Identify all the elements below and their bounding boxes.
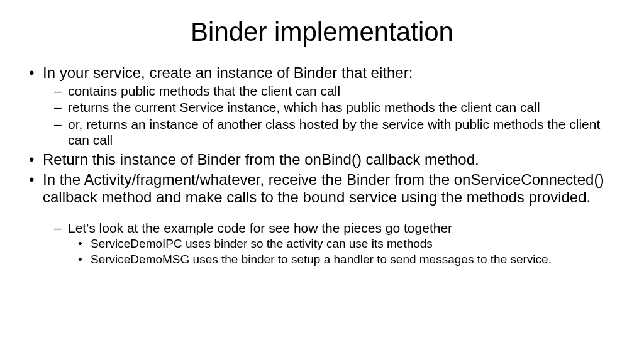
sub-bullet-text: Let's look at the example code for see h… — [68, 221, 452, 235]
bullet-text: In your service, create an instance of B… — [43, 64, 413, 81]
sub-bullet-item: or, returns an instance of another class… — [68, 117, 619, 148]
slide: Binder implementation In your service, c… — [0, 0, 644, 362]
bullet-text: In the Activity/fragment/whatever, recei… — [43, 171, 604, 206]
subsub-bullet-item: ServiceDemoMSG uses the binder to setup … — [91, 253, 619, 267]
bullet-list: In your service, create an instance of B… — [25, 64, 619, 267]
sub-bullet-list: Let's look at the example code for see h… — [43, 221, 619, 267]
sub-bullet-item: contains public methods that the client … — [68, 84, 619, 99]
sub-bullet-item: returns the current Service instance, wh… — [68, 100, 619, 116]
bullet-item: In the Activity/fragment/whatever, recei… — [43, 171, 619, 267]
spacer — [43, 207, 619, 219]
bullet-item: In your service, create an instance of B… — [43, 64, 619, 148]
sub-bullet-list: contains public methods that the client … — [43, 84, 619, 148]
subsub-bullet-item: ServiceDemoIPC uses binder so the activi… — [91, 237, 619, 251]
sub-bullet-item: Let's look at the example code for see h… — [68, 221, 619, 267]
subsub-bullet-list: ServiceDemoIPC uses binder so the activi… — [68, 237, 619, 267]
slide-title: Binder implementation — [25, 18, 619, 47]
bullet-item: Return this instance of Binder from the … — [43, 151, 619, 168]
